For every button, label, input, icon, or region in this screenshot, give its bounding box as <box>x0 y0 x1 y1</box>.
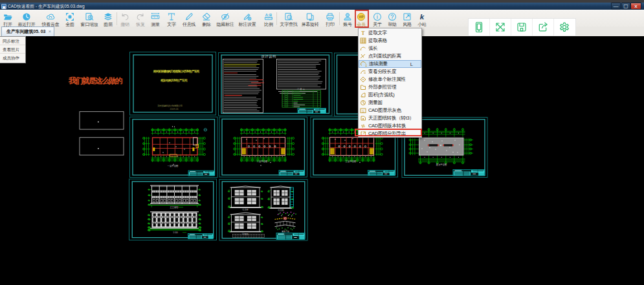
svg-text:2009.06: 2009.06 <box>170 108 179 111</box>
svg-text:框架结构3.0M生产车间: 框架结构3.0M生产车间 <box>161 78 188 83</box>
svg-text:郑州某建筑设计院有限公司: 郑州某建筑设计院有限公司 <box>157 104 182 107</box>
svg-text:G: G <box>362 109 364 113</box>
svg-text:设计说明: 设计说明 <box>261 54 276 59</box>
svg-text:1:100: 1:100 <box>173 231 178 234</box>
svg-text:T: T <box>361 30 365 36</box>
svg-text:门 窗 表: 门 窗 表 <box>297 88 305 90</box>
svg-text:正立面图: 正立面图 <box>170 206 178 209</box>
svg-text:A:B: A:B <box>265 13 272 17</box>
svg-text:k: k <box>420 12 425 21</box>
svg-text:屋架详图: 屋架详图 <box>282 230 289 233</box>
svg-text:屋顶平面图: 屋顶平面图 <box>436 163 447 166</box>
svg-text:二层平面图: 二层平面图 <box>257 160 268 163</box>
svg-text:三层平面图: 三层平面图 <box>346 160 357 163</box>
svg-text:右立面: 右立面 <box>278 209 284 211</box>
svg-text:左立面: 左立面 <box>242 208 249 211</box>
svg-text:郑州某某钢结构工程有限公司5.3M生产车间: 郑州某某钢结构工程有限公司5.3M生产车间 <box>153 69 200 74</box>
svg-text:一层平面图: 一层平面图 <box>168 164 179 167</box>
